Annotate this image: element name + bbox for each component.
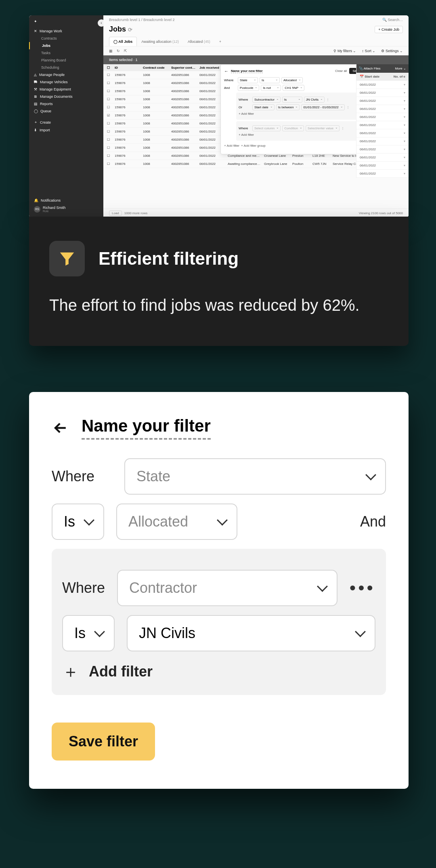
tab-add[interactable]: + (215, 37, 226, 46)
tab-allocated[interactable]: Allocated (45) (183, 37, 215, 46)
nav-planning-board[interactable]: Planning Board (29, 57, 103, 64)
nav-create[interactable]: ＋ Create (29, 118, 103, 126)
filter-name-input[interactable]: Name your new filter (231, 69, 263, 73)
add-filter-button[interactable]: + Add filter (224, 144, 239, 147)
date-row[interactable]: 06/01/2022▾ (356, 145, 409, 154)
sort-dropdown[interactable]: ↕ Sort ⌄ (362, 49, 375, 53)
condition-select[interactable]: Condition (282, 125, 304, 131)
date-row[interactable]: 06/01/2022▾ (356, 105, 409, 113)
refresh-icon[interactable]: ⟳ (128, 27, 132, 33)
value-select[interactable]: Allocated (116, 504, 237, 540)
nav-queue[interactable]: ◯ Queue (29, 107, 103, 115)
date-row[interactable]: 06/01/2022▾ (356, 89, 409, 97)
value-select[interactable]: 01/01/2022 - 01/03/2022 (301, 104, 344, 110)
value-select[interactable]: CH1 5NP (283, 85, 304, 91)
nav-manage-equipment[interactable]: ⚒ Manage Equipment (29, 86, 103, 93)
and-label: And (224, 86, 236, 90)
add-filter-button[interactable]: + Add filter (239, 133, 368, 137)
add-filter-button[interactable]: + Add filter (239, 112, 368, 116)
value-select[interactable]: Allocated (281, 77, 303, 83)
nav-jobs[interactable]: Jobs (29, 42, 103, 49)
add-filter-button[interactable]: ＋ Add filter (62, 660, 375, 683)
condition-select[interactable]: Is (62, 615, 115, 651)
back-icon[interactable]: ← (224, 69, 228, 74)
refresh-icon[interactable]: ↻ (117, 49, 120, 53)
nav-contracts[interactable]: Contracts (29, 35, 103, 42)
where-label: Where (239, 98, 251, 101)
value-select[interactable]: JN Civils (127, 615, 375, 651)
nav-manage-vehicles[interactable]: ⛟ Manage Vehicles (29, 78, 103, 86)
back-icon[interactable] (52, 419, 69, 437)
condition-select[interactable]: Is (282, 97, 302, 103)
condition-select[interactable]: Is (52, 504, 104, 540)
date-row[interactable]: 06/01/2022▾ (356, 170, 409, 178)
export-icon[interactable]: ⇱ (124, 49, 127, 53)
date-row[interactable]: 06/01/2022▾ (356, 162, 409, 170)
field-select[interactable]: State (124, 458, 386, 495)
col-number[interactable]: No. of e (394, 75, 405, 78)
field-select[interactable]: State (238, 77, 258, 83)
field-select[interactable]: Contractor (117, 570, 337, 606)
avatar: RS (34, 206, 40, 213)
create-job-button[interactable]: + Create Job (375, 26, 403, 33)
date-row[interactable]: 06/01/2022▾ (356, 113, 409, 121)
filter-name-input[interactable]: Name your filter (82, 416, 211, 440)
global-search[interactable]: 🔍 Search… (382, 18, 403, 22)
field-select[interactable]: Select column (252, 125, 281, 131)
more-icon[interactable]: ⋮ (346, 105, 350, 109)
user-role: Role (43, 210, 66, 213)
nav-user[interactable]: RS Richard Smith Role (29, 204, 103, 214)
load-more-button[interactable]: Load (109, 211, 122, 216)
where-label: Where (224, 78, 236, 82)
grid-view-icon[interactable]: ▦ (109, 49, 113, 53)
nav-scheduling[interactable]: Scheduling (29, 64, 103, 71)
and-label: And (360, 513, 386, 530)
app-screenshot: ✦ ‹ ✕ Manage Work Contracts Jobs Tasks P… (29, 15, 409, 217)
breadcrumb[interactable]: Breadcrumb level 1 / Breadcrumb level 2 (109, 18, 175, 22)
tabs: ◯ All Jobs Awaiting allocation (12) Allo… (103, 37, 409, 46)
tab-awaiting-allocation[interactable]: Awaiting allocation (12) (137, 37, 183, 46)
condition-select[interactable]: Is (260, 77, 280, 83)
col-superior-contract-code[interactable]: Superior contract code (170, 66, 198, 70)
attach-files-button[interactable]: 📎 Attach Files (359, 67, 381, 70)
value-select[interactable]: Select/enter value (306, 125, 340, 131)
col-checkbox[interactable]: ☐ (103, 66, 113, 70)
date-row[interactable]: 06/01/2022▾ (356, 81, 409, 89)
clear-all-button[interactable]: Clear all (335, 69, 347, 73)
nav-manage-documents[interactable]: 🗎 Manage Documents (29, 93, 103, 100)
save-filter-button[interactable]: Save filter (52, 723, 155, 761)
nav-manage-people[interactable]: ◬ Manage People (29, 71, 103, 78)
my-filters-dropdown[interactable]: ⚲ My filters ⌄ (333, 49, 356, 53)
col-id[interactable]: ID (113, 66, 141, 70)
more-icon[interactable]: ⋮ (326, 98, 330, 101)
col-start-date[interactable]: 📅 Start date (360, 75, 379, 78)
field-select[interactable]: Start date (252, 104, 275, 110)
more-icon[interactable]: ••• (350, 578, 375, 598)
value-select[interactable]: JN Civils (304, 97, 325, 103)
field-select[interactable]: Postcode (238, 85, 259, 91)
nav-manage-work[interactable]: ✕ Manage Work (29, 27, 103, 35)
feature-title: Efficient filtering (99, 249, 239, 269)
date-row[interactable]: 06/01/2022▾ (356, 129, 409, 137)
filter-closeup-card: Name your filter Where State Is Allocate… (29, 392, 409, 789)
field-select[interactable]: Subcontractor (252, 97, 281, 103)
tab-all-jobs[interactable]: ◯ All Jobs (109, 37, 137, 46)
nav-tasks[interactable]: Tasks (29, 49, 103, 57)
condition-select[interactable]: Is not (261, 85, 281, 91)
more-icon[interactable]: ⋮ (341, 126, 345, 130)
date-row[interactable]: 06/01/2022▾ (356, 137, 409, 145)
funnel-icon (49, 241, 85, 276)
col-contract-code[interactable]: Contract code (141, 66, 170, 70)
date-row[interactable]: 06/01/2022▾ (356, 121, 409, 129)
where-label: Where (62, 579, 105, 596)
nav-import[interactable]: ⬇ Import (29, 126, 103, 134)
date-row[interactable]: 06/01/2022▾ (356, 154, 409, 162)
add-filter-group-button[interactable]: + Add filter group (241, 144, 266, 147)
more-dropdown[interactable]: More ⌄ (395, 67, 406, 70)
settings-dropdown[interactable]: ⚙ Settings ⌄ (381, 49, 403, 53)
nav-notifications[interactable]: 🔔 Notifications (29, 197, 103, 204)
condition-select[interactable]: Is between (276, 104, 300, 110)
nav-reports[interactable]: ▤ Reports (29, 100, 103, 107)
date-row[interactable]: 06/01/2022▾ (356, 97, 409, 105)
filter-group: Where Contractor ••• Is JN Civils ＋ Add … (52, 549, 386, 695)
